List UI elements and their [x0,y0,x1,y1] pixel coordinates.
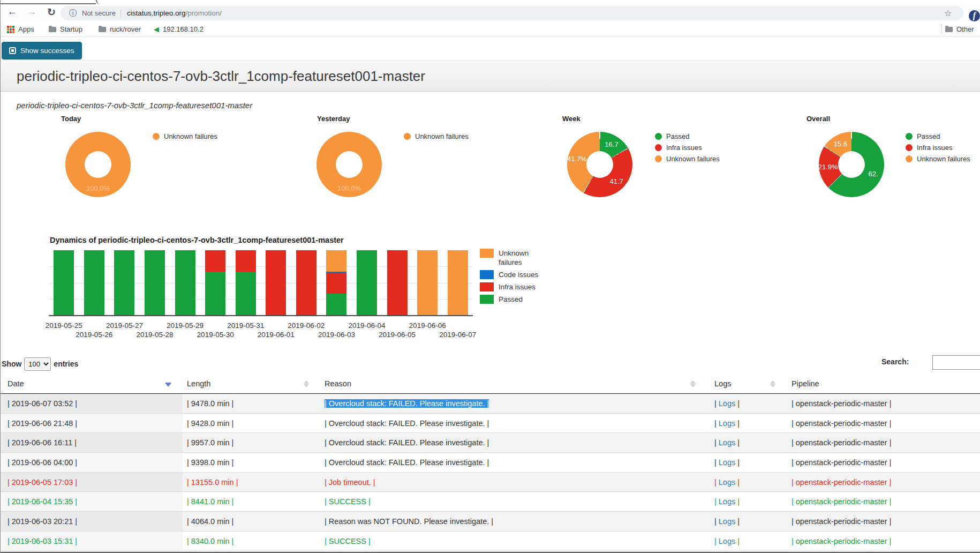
cell-pipeline: | openstack-periodic-master | [785,453,980,472]
legend-item: Unknown failures [404,132,469,140]
cell-pipeline: | openstack-periodic-master | [785,532,980,551]
search-input[interactable] [932,355,980,370]
bookmark-ruck-rover[interactable]: ruck/rover [99,21,141,37]
table-body: | 2019-06-07 03:52 || 9478.0 min || Over… [1,394,980,553]
x-axis-label: 2019-05-29 [160,322,211,330]
legend-item: Unknown failures [153,132,217,140]
donut-week: 16.741.741.7% [567,132,632,197]
bookmark-startup[interactable]: Startup [49,21,82,37]
bar-segment-unknown-failures [448,250,468,315]
logs-link[interactable]: Logs [719,438,735,447]
back-icon[interactable]: ← [5,6,19,18]
column-header-logs[interactable]: Logs [707,375,785,393]
slice-label: 62. [869,169,878,177]
browser-toolbar: ← → ↻ ⓘ Not secure cistatus.tripleo.org/… [1,4,980,21]
stacked-bar-2019-06-02 [296,250,316,315]
gridline [49,283,473,283]
cell-reason: | Overcloud stack: FAILED. Please invest… [319,414,707,433]
donut-hole [838,151,865,178]
legend-swatch [480,249,494,258]
x-axis-label: 2019-05-27 [99,322,150,330]
logs-link[interactable]: Logs [719,517,735,526]
slice-label: 15.6 [834,140,847,148]
bookmark-apps[interactable]: Apps [7,21,34,37]
cell-length: | 9398.0 min | [183,453,319,472]
stacked-bar-2019-05-29 [175,250,195,315]
logs-link[interactable]: Logs [719,419,735,428]
legend-label: Unknown failures [666,155,720,163]
stacked-bar-2019-06-04 [357,250,377,315]
slice-label: 41.7% [567,154,587,162]
table-controls: Show100entries Search: [1,353,980,374]
logs-link[interactable]: Logs [719,537,735,545]
info-icon[interactable]: ⓘ [69,9,77,18]
show-successes-label: Show successes [20,47,74,55]
forward-icon[interactable]: → [25,6,39,18]
bookmark-star-icon[interactable]: ☆ [944,8,952,18]
apps-grid-icon [7,26,14,33]
bar-segment-passed [175,250,195,315]
selected-text: | Overcloud stack: FAILED. Please invest… [325,399,489,408]
cell-date: | 2019-06-03 15:31 | [1,532,183,551]
pie-chart-title: Overall [806,115,830,123]
logs-link[interactable]: Logs [719,399,735,408]
legend-dot [906,133,913,140]
legend-label: Passed [917,132,940,140]
cell-reason: | SUCCESS | [319,492,707,511]
cell-logs: | Logs | [707,512,785,531]
cell-length: | 4064.0 min | [183,512,319,531]
table-row: | 2019-06-06 04:00 || 9398.0 min || Over… [1,453,980,473]
table-row: | 2019-06-03 20:21 || 4064.0 min || Reas… [1,512,980,532]
cell-date: | 2019-06-06 04:00 | [1,453,183,472]
column-header-pipeline[interactable]: Pipeline [785,375,980,393]
pie-chart-week: Week16.741.741.7%PassedInfra issuesUnkno… [557,115,742,200]
x-axis-label: 2019-05-25 [38,322,89,330]
legend-dot [906,144,913,151]
slice-label: 100.0% [86,184,110,192]
bar-segment-infra-issues [326,273,346,294]
page-length-control: Show100entries [2,357,78,371]
x-axis-line [49,315,473,316]
reload-icon[interactable]: ↻ [44,6,58,18]
bar-chart-title: Dynamics of periodic-tripleo-ci-centos-7… [50,236,344,244]
legend-dot [404,133,411,140]
other-bookmarks[interactable]: Other [945,21,974,37]
logs-link[interactable]: Logs [719,497,735,506]
logs-link[interactable]: Logs [719,478,735,487]
cell-date: | 2019-06-05 17:03 | [1,473,183,492]
security-label: Not secure [82,9,116,17]
url-bar[interactable]: ⓘ Not secure cistatus.tripleo.org/promot… [61,6,963,20]
bar-segment-unknown-failures [326,250,346,272]
pie-legend: Unknown failures [153,132,217,144]
legend-label: Infra issues [499,282,549,292]
sort-desc-icon [165,383,171,387]
x-axis-label: 2019-06-06 [402,322,453,330]
x-axis-label: 2019-05-28 [129,331,180,339]
stacked-bar-2019-05-30 [205,250,225,315]
column-header-length[interactable]: Length [183,375,319,393]
legend-label: Passed [666,132,689,140]
legend-label: Infra issues [666,144,702,152]
legend-item: Unknown failures [655,155,720,163]
legend-dot [655,133,662,140]
pie-legend: PassedInfra issuesUnknown failures [655,132,720,166]
bar-segment-passed [114,250,134,315]
logs-link[interactable]: Logs [719,458,735,467]
column-header-date[interactable]: Date [1,375,183,393]
page-subtitle: periodic-tripleo-ci-centos-7-ovb-3ctlr_1… [17,101,252,110]
cell-length: | 13155.0 min | [183,473,319,492]
bar-segment-infra-issues [387,250,408,315]
cell-logs: | Logs | [707,394,785,413]
fedora-extension-icon[interactable]: f [969,10,980,21]
bookmark-ip[interactable]: ◀ 192.168.10.2 [154,21,203,37]
cell-logs: | Logs | [707,453,785,472]
page-length-select[interactable]: 100 [24,357,51,371]
donut-overall: 62.21.9%15.6 [819,132,884,197]
x-axis-label: 2019-06-01 [250,331,301,339]
show-successes-button[interactable]: Show successes [2,42,82,59]
cell-logs: | Logs | [707,473,785,492]
bar-segment-passed [84,250,104,315]
legend-item: Unknown failures [906,155,970,163]
gridline [49,299,473,300]
column-header-reason[interactable]: Reason [319,375,707,393]
